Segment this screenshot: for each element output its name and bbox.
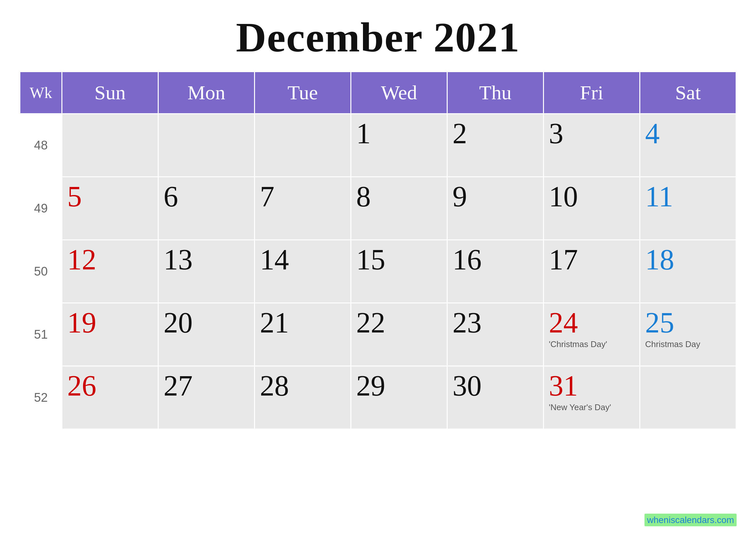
day-cell: 5 [62, 177, 158, 240]
holiday-label: 'Christmas Day' [549, 339, 634, 349]
day-cell: 23 [447, 303, 544, 366]
header-wed: Wed [351, 72, 447, 114]
day-cell: 30 [447, 366, 544, 429]
day-number: 20 [164, 307, 249, 339]
day-cell: 11 [640, 177, 736, 240]
page-container: December 2021 Wk Sun Mon Tue Wed Thu Fri… [0, 0, 756, 535]
wk-number-48: 48 [20, 114, 62, 177]
day-cell: 21 [255, 303, 351, 366]
day-cell: 17 [544, 240, 640, 303]
day-cell: 4 [640, 114, 736, 177]
calendar-title: December 2021 [19, 13, 737, 62]
day-number: 1 [356, 117, 442, 150]
wk-number-49: 49 [20, 177, 62, 240]
day-number: 12 [67, 243, 153, 276]
day-cell: 26 [62, 366, 158, 429]
day-cell: 10 [544, 177, 640, 240]
day-cell: 14 [255, 240, 351, 303]
day-cell [62, 114, 158, 177]
week-row-51: 51192021222324'Christmas Day'25Christmas… [20, 303, 736, 366]
week-row-49: 49567891011 [20, 177, 736, 240]
wk-number-52: 52 [20, 366, 62, 429]
header-sat: Sat [640, 72, 736, 114]
day-number: 3 [549, 117, 634, 150]
day-cell: 27 [158, 366, 255, 429]
day-number: 28 [260, 370, 345, 402]
day-cell: 20 [158, 303, 255, 366]
wk-number-51: 51 [20, 303, 62, 366]
header-fri: Fri [544, 72, 640, 114]
day-cell: 28 [255, 366, 351, 429]
day-cell: 8 [351, 177, 447, 240]
day-number: 14 [260, 243, 345, 276]
day-number: 15 [356, 243, 442, 276]
header-thu: Thu [447, 72, 544, 114]
wk-number-50: 50 [20, 240, 62, 303]
day-cell: 19 [62, 303, 158, 366]
day-number: 23 [452, 307, 538, 339]
header-wk: Wk [20, 72, 62, 114]
day-number: 21 [260, 307, 345, 339]
day-cell: 13 [158, 240, 255, 303]
day-number: 31 [549, 370, 634, 402]
day-cell: 6 [158, 177, 255, 240]
day-cell: 3 [544, 114, 640, 177]
day-number: 9 [452, 181, 538, 212]
day-number: 6 [164, 181, 249, 212]
day-cell: 22 [351, 303, 447, 366]
day-number: 26 [67, 370, 153, 402]
day-cell: 2 [447, 114, 544, 177]
day-number: 18 [645, 243, 731, 276]
week-row-52: 52262728293031'New Year's Day' [20, 366, 736, 429]
day-cell: 9 [447, 177, 544, 240]
day-cell [158, 114, 255, 177]
calendar-table: Wk Sun Mon Tue Wed Thu Fri Sat 481234495… [19, 71, 737, 430]
header-sun: Sun [62, 72, 158, 114]
day-cell: 12 [62, 240, 158, 303]
day-cell: 24'Christmas Day' [544, 303, 640, 366]
day-cell: 16 [447, 240, 544, 303]
day-number: 30 [452, 370, 538, 402]
header-mon: Mon [158, 72, 255, 114]
day-number: 19 [67, 307, 153, 339]
day-cell: 25Christmas Day [640, 303, 736, 366]
week-row-48: 481234 [20, 114, 736, 177]
watermark: wheniscalendars.com [644, 515, 737, 525]
day-number: 4 [645, 117, 731, 150]
watermark-link[interactable]: wheniscalendars.com [644, 514, 737, 526]
day-number: 24 [549, 307, 634, 339]
day-number: 8 [356, 181, 442, 212]
day-number: 16 [452, 243, 538, 276]
day-cell: 31'New Year's Day' [544, 366, 640, 429]
day-cell [255, 114, 351, 177]
day-cell: 29 [351, 366, 447, 429]
day-cell: 7 [255, 177, 351, 240]
day-number: 25 [645, 307, 731, 339]
holiday-label: 'New Year's Day' [549, 402, 634, 412]
day-cell: 18 [640, 240, 736, 303]
day-cell [640, 366, 736, 429]
header-row: Wk Sun Mon Tue Wed Thu Fri Sat [20, 72, 736, 114]
day-number: 5 [67, 181, 153, 212]
day-number: 13 [164, 243, 249, 276]
day-number: 27 [164, 370, 249, 402]
day-number: 22 [356, 307, 442, 339]
day-number: 29 [356, 370, 442, 402]
day-number: 7 [260, 181, 345, 212]
day-number: 11 [645, 181, 731, 212]
day-number: 10 [549, 181, 634, 212]
week-row-50: 5012131415161718 [20, 240, 736, 303]
day-cell: 1 [351, 114, 447, 177]
holiday-label: Christmas Day [645, 339, 731, 349]
day-number: 2 [452, 117, 538, 150]
day-number: 17 [549, 243, 634, 276]
day-cell: 15 [351, 240, 447, 303]
header-tue: Tue [255, 72, 351, 114]
